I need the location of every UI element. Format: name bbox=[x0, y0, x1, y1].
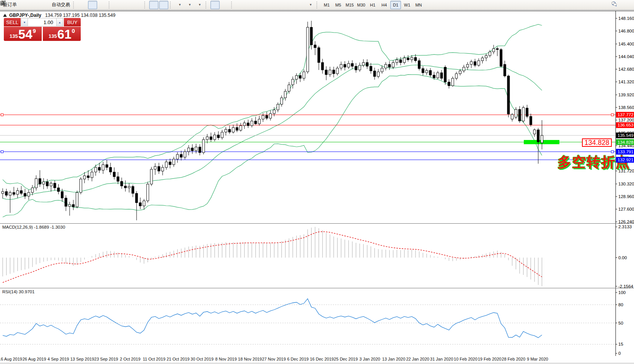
candle bbox=[518, 106, 521, 123]
candle bbox=[128, 183, 130, 192]
rsi-canvas[interactable]: 1008050150 bbox=[0, 288, 634, 356]
chart-shift-button[interactable] bbox=[159, 1, 168, 9]
candle bbox=[228, 126, 231, 134]
timeframe-h4-button[interactable]: H4 bbox=[379, 1, 390, 9]
macd-indicator-label: MACD(12,26,9) -1.8689 -1.3030 bbox=[2, 225, 65, 229]
label-button[interactable]: T bbox=[296, 1, 305, 9]
candle bbox=[492, 45, 495, 54]
bar-chart-button[interactable] bbox=[78, 1, 87, 9]
svg-text:136.653: 136.653 bbox=[618, 123, 634, 127]
candle bbox=[314, 41, 316, 55]
candle bbox=[42, 178, 45, 189]
candlestick-button[interactable] bbox=[88, 1, 97, 9]
candle bbox=[541, 120, 543, 150]
candle bbox=[2, 188, 4, 199]
community-chat-button[interactable] bbox=[621, 1, 631, 9]
volume-decrease-button[interactable]: ▼ bbox=[21, 18, 28, 26]
timeframe-m1-button[interactable]: M1 bbox=[321, 1, 332, 9]
candle bbox=[500, 48, 502, 67]
buy-button[interactable]: BUY bbox=[64, 18, 81, 26]
buy-price-pips: 61 bbox=[57, 29, 72, 40]
price-badge: 134.828 bbox=[616, 139, 634, 145]
main-chart-canvas[interactable]: 多空转折点多空转折点多空转折点多空转折点多空转折点148.160146.8001… bbox=[0, 11, 634, 223]
macd-canvas[interactable]: 2.31330.00-2.1564 bbox=[0, 224, 634, 288]
candle bbox=[396, 57, 398, 65]
line-handle[interactable] bbox=[611, 114, 614, 116]
trendline-button[interactable] bbox=[256, 1, 265, 9]
candle bbox=[332, 67, 335, 78]
candle bbox=[292, 76, 294, 89]
toolbar: 新订单自动交易▼▼▼EFAT▼M1M5M15M30H1H4D1W1MN bbox=[0, 0, 634, 10]
price-callout-label[interactable]: 134.828 bbox=[582, 138, 612, 147]
signals-button[interactable] bbox=[39, 1, 48, 9]
toolbar-separator bbox=[205, 2, 209, 8]
chart-window-button[interactable] bbox=[29, 1, 38, 9]
hline-button[interactable] bbox=[246, 1, 255, 9]
vline-button[interactable] bbox=[236, 1, 245, 9]
timeframe-m15-button[interactable]: M15 bbox=[344, 1, 355, 9]
line-chart-button[interactable] bbox=[98, 1, 107, 9]
candle bbox=[377, 69, 380, 78]
chart-window[interactable]: 多空转折点多空转折点多空转折点多空转折点多空转折点148.160146.8001… bbox=[0, 11, 634, 223]
shapes-dropdown[interactable]: ▼ bbox=[306, 1, 315, 9]
macd-signal-line bbox=[3, 232, 542, 283]
candle bbox=[91, 169, 93, 182]
period-dropdown[interactable]: ▼ bbox=[185, 1, 194, 9]
candle bbox=[221, 130, 223, 140]
cursor-button[interactable] bbox=[210, 1, 220, 9]
price-tick-label: 137.200 bbox=[618, 118, 634, 122]
date-label: 10 Feb 2020 bbox=[454, 357, 478, 361]
volume-increase-button[interactable]: ▲ bbox=[56, 18, 63, 26]
svg-text:133.791: 133.791 bbox=[618, 150, 634, 154]
timeframe-mn-button[interactable]: MN bbox=[413, 1, 424, 9]
line-handle[interactable] bbox=[1, 151, 3, 153]
fibonacci-button[interactable]: F bbox=[276, 1, 285, 9]
candle bbox=[5, 189, 8, 197]
volume-value[interactable]: 1.00 bbox=[28, 18, 56, 26]
candle bbox=[422, 66, 424, 75]
buy-price-display[interactable]: 135 61 0 bbox=[43, 27, 81, 41]
zoom-in-button[interactable] bbox=[114, 1, 123, 9]
auto-scroll-button[interactable] bbox=[149, 1, 158, 9]
price-tick-label: 145.400 bbox=[618, 42, 634, 46]
candle bbox=[195, 144, 197, 154]
timeframe-m5-button[interactable]: M5 bbox=[333, 1, 344, 9]
tile-windows-button[interactable] bbox=[134, 1, 143, 9]
macd-scale-label: 2.3133 bbox=[618, 224, 632, 229]
crosshair-button[interactable] bbox=[220, 1, 230, 9]
market-watch-button[interactable] bbox=[19, 1, 28, 9]
candle bbox=[325, 66, 328, 80]
price-tick-label: 148.160 bbox=[618, 16, 634, 21]
indicators-dropdown[interactable]: ▼ bbox=[195, 1, 204, 9]
candle bbox=[362, 59, 365, 67]
candle bbox=[225, 127, 227, 135]
text-button[interactable]: A bbox=[286, 1, 295, 9]
candle bbox=[280, 96, 283, 107]
new-order-dropdown[interactable]: ▼ bbox=[175, 1, 184, 9]
sell-button[interactable]: SELL bbox=[4, 18, 21, 26]
timeframe-w1-button[interactable]: W1 bbox=[402, 1, 412, 9]
candle bbox=[102, 162, 104, 174]
timeframe-m30-button[interactable]: M30 bbox=[356, 1, 367, 9]
timeframe-d1-button[interactable]: D1 bbox=[390, 1, 401, 9]
sell-price-display[interactable]: 135 54 9 bbox=[4, 27, 42, 41]
chat-icon bbox=[611, 1, 617, 7]
line-handle[interactable] bbox=[611, 151, 614, 153]
line-handle[interactable] bbox=[1, 114, 3, 116]
autotrade-button[interactable]: 自动交易 bbox=[49, 1, 72, 9]
channel-button[interactable]: E bbox=[266, 1, 275, 9]
zoom-out-button[interactable] bbox=[124, 1, 133, 9]
candle bbox=[251, 118, 253, 127]
candle bbox=[147, 182, 149, 203]
timeframe-h1-button[interactable]: H1 bbox=[367, 1, 378, 9]
price-badge: 136.653 bbox=[616, 122, 634, 128]
candle bbox=[176, 152, 179, 163]
candle bbox=[504, 61, 506, 78]
macd-panel[interactable]: 2.31330.00-2.1564 MACD(12,26,9) -1.8689 … bbox=[0, 223, 634, 288]
price-tick-label: 138.560 bbox=[618, 105, 634, 110]
rsi-scale-label: 80 bbox=[618, 302, 623, 307]
candle bbox=[266, 112, 268, 120]
price-tick-label: 126.240 bbox=[618, 219, 634, 223]
rsi-panel[interactable]: 1008050150 RSI(14) 30.9701 bbox=[0, 288, 634, 356]
collapse-panel-icon[interactable] bbox=[3, 14, 7, 17]
